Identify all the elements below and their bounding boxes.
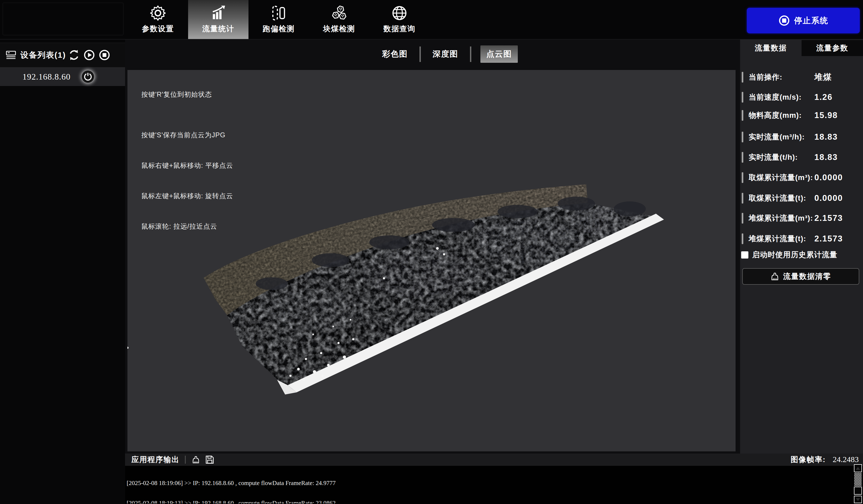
row-label: 堆煤累计流量(t): (749, 234, 806, 244)
row-value: 0.0000 (814, 173, 843, 182)
row-label: 堆煤累计流量(m³): (749, 213, 813, 223)
row-label: 取煤累计流量(m³): (749, 173, 813, 183)
history-flow-label: 启动时使用历史累计流量 (752, 250, 837, 260)
toolbar-tab-label: 流量统计 (202, 24, 234, 34)
toolbar-tab-parameter-settings[interactable]: 参数设置 (128, 0, 188, 39)
row-label: 实时流量(t/h): (749, 152, 798, 162)
row-label: 取煤累计流量(t): (749, 193, 806, 203)
toolbar-tab-label: 块煤检测 (323, 24, 355, 34)
scrollbar-up-button[interactable] (854, 464, 862, 472)
toolbar-tab-label: 跑偏检测 (263, 24, 295, 34)
view-mode-tabs: 彩色图 深度图 点云图 (379, 46, 518, 63)
clear-log-broom-icon[interactable] (191, 455, 201, 465)
row-label: 当前操作: (749, 72, 782, 82)
tab-flow-params[interactable]: 流量参数 (802, 40, 863, 56)
device-row[interactable]: 192.168.8.60 (0, 67, 125, 86)
history-flow-option: 启动时使用历史累计流量 (740, 250, 863, 260)
header-divider (185, 456, 186, 464)
toolbar-tab-lump-coal-detection[interactable]: 块煤检测 (309, 0, 369, 39)
history-flow-checkbox[interactable] (741, 251, 748, 259)
stop-system-button[interactable]: 停止系统 (747, 8, 860, 34)
row-accent-bar (742, 213, 743, 224)
flow-row-current-speed: 当前速度(m/s): 1.26 (740, 91, 863, 103)
tab-point-cloud[interactable]: 点云图 (480, 46, 518, 63)
toolbar-tab-data-query[interactable]: 数据查询 (369, 0, 430, 39)
toolbar-tab-deviation-detection[interactable]: 跑偏检测 (249, 0, 309, 39)
row-accent-bar (742, 72, 743, 83)
stop-circle-icon (778, 15, 790, 26)
row-value: 18.83 (814, 152, 838, 162)
gear-icon (150, 5, 166, 21)
device-sidebar: 设备列表(1) 192.168.8.60 (0, 39, 125, 504)
device-ip: 192.168.8.60 (23, 72, 71, 82)
log-line: [2025-02-08 18:19:13] >> IP: 192.168.8.6… (127, 500, 851, 503)
point-cloud-viewport[interactable]: 按键'R'复位到初始状态 按键'S'保存当前点云为JPG 鼠标右键+鼠标移动: … (127, 70, 736, 451)
framerate-value: 24.2483 (833, 455, 859, 464)
row-value: 0.0000 (814, 193, 843, 203)
flow-panel-tabs: 流量数据 流量参数 (740, 40, 863, 56)
flow-row-realtime-flow-t: 实时流量(t/h): 18.83 (740, 151, 863, 163)
tab-flow-data[interactable]: 流量数据 (740, 40, 802, 56)
flow-row-realtime-flow-m3: 实时流量(m³/h): 18.83 (740, 131, 863, 143)
device-list-actions (68, 49, 125, 61)
power-button[interactable] (82, 71, 94, 83)
toolbar-tab-flow-statistics[interactable]: 流量统计 (188, 0, 249, 39)
row-value: 堆煤 (814, 72, 832, 83)
row-label: 物料高度(mm): (749, 110, 802, 121)
clear-flow-data-button[interactable]: 流量数据清零 (742, 268, 859, 285)
main-view-area: 彩色图 深度图 点云图 按键'R'复位到初始状态 按键'S'保存当前点云为JPG… (125, 39, 740, 454)
row-accent-bar (742, 92, 743, 103)
device-list-title: 设备列表(1) (20, 50, 66, 61)
row-accent-bar (742, 110, 743, 121)
row-value: 2.1573 (814, 213, 843, 223)
down-arrow-icon (856, 498, 860, 501)
output-title: 应用程序输出 (132, 455, 179, 465)
log-output: [2025-02-08 18:19:06] >> IP: 192.168.8.6… (127, 466, 851, 503)
scrollbar-thumb[interactable] (854, 487, 862, 495)
flow-row-current-operation: 当前操作: 堆煤 (740, 71, 863, 83)
clear-flow-data-label: 流量数据清零 (783, 272, 831, 281)
framerate-label: 图像帧率: (791, 455, 826, 465)
log-scrollbar (854, 464, 862, 503)
log-line: [2025-02-08 18:19:06] >> IP: 192.168.8.6… (127, 480, 851, 487)
globe-icon (391, 5, 408, 21)
image-framerate: 图像帧率: 24.2483 (791, 455, 863, 465)
scrollbar-down-button[interactable] (854, 496, 862, 503)
refresh-icon[interactable] (68, 49, 79, 61)
save-log-floppy-icon[interactable] (205, 455, 214, 465)
row-accent-bar (742, 152, 743, 163)
flow-row-material-height: 物料高度(mm): 15.98 (740, 109, 863, 122)
flow-row-takecoal-total-m3: 取煤累计流量(m³): 0.0000 (740, 172, 863, 184)
tab-divider (470, 47, 471, 62)
row-label: 当前速度(m/s): (749, 92, 802, 102)
bar-chart-icon (210, 5, 226, 21)
flow-data-panel: 流量数据 流量参数 当前操作: 堆煤 当前速度(m/s): 1.26 物料高度(… (740, 39, 863, 454)
coal-lumps-icon (331, 5, 347, 21)
tab-color-map[interactable]: 彩色图 (379, 46, 410, 63)
row-accent-bar (742, 193, 743, 203)
coal-flow-monitor-app: 参数设置 流量统计 跑偏检测 块煤检测 (0, 0, 863, 504)
stop-circle-icon[interactable] (99, 49, 110, 61)
row-accent-bar (742, 132, 743, 142)
row-label: 实时流量(m³/h): (749, 132, 805, 142)
row-value: 2.1573 (814, 234, 843, 243)
flow-row-stackcoal-total-m3: 堆煤累计流量(m³): 2.1573 (740, 212, 863, 224)
flow-row-stackcoal-total-t: 堆煤累计流量(t): 2.1573 (740, 232, 863, 245)
tab-depth-map[interactable]: 深度图 (430, 46, 461, 63)
application-output-panel: 应用程序输出 图像帧率: 24.2483 [2025-02-08 18:19:0… (125, 454, 863, 504)
broom-icon (770, 272, 779, 281)
top-toolbar: 参数设置 流量统计 跑偏检测 块煤检测 (0, 0, 863, 39)
output-header: 应用程序输出 图像帧率: 24.2483 (125, 454, 863, 466)
flow-row-takecoal-total-t: 取煤累计流量(t): 0.0000 (740, 192, 863, 204)
scrollbar-track[interactable] (854, 473, 862, 486)
play-circle-icon[interactable] (84, 49, 95, 61)
row-accent-bar (742, 234, 743, 244)
row-value: 18.83 (814, 132, 838, 142)
toolbar-tab-label: 数据查询 (384, 24, 415, 34)
device-list-header: 设备列表(1) (0, 43, 125, 67)
tab-divider (420, 47, 421, 62)
up-arrow-icon (856, 467, 860, 470)
point-cloud-render (127, 70, 736, 451)
deviation-icon (271, 5, 287, 21)
device-list-icon (6, 51, 16, 59)
